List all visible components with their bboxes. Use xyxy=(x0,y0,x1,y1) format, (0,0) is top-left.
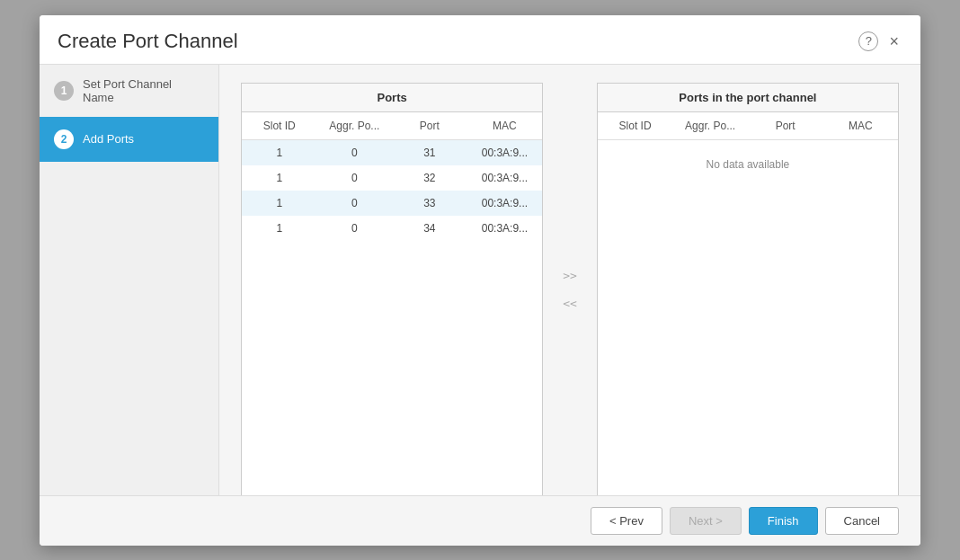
close-button[interactable]: × xyxy=(885,31,902,51)
modal-body: 1 Set Port Channel Name 2 Add Ports Port… xyxy=(40,65,920,495)
prev-button[interactable]: < Prev xyxy=(591,507,662,535)
port-channel-table: Ports in the port channel Slot ID Aggr. … xyxy=(597,83,899,495)
table-row[interactable]: 103300:3A:9... xyxy=(242,191,542,216)
table-cell-port: 32 xyxy=(392,170,467,186)
table-cell-aggr_po: 0 xyxy=(317,220,393,236)
pc-col-slot-id: Slot ID xyxy=(598,118,673,134)
table-cell-mac: 00:3A:9... xyxy=(467,170,543,186)
header-actions: ? × xyxy=(858,31,902,51)
step-badge-2: 2 xyxy=(54,129,74,149)
table-row[interactable]: 103200:3A:9... xyxy=(242,165,542,191)
table-cell-mac: 00:3A:9... xyxy=(467,145,543,161)
table-cell-aggr_po: 0 xyxy=(317,145,393,161)
modal: Create Port Channel ? × 1 Set Port Chann… xyxy=(40,15,920,546)
pc-col-port: Port xyxy=(748,118,823,134)
table-cell-port: 31 xyxy=(392,145,467,161)
pc-col-aggr-po: Aggr. Po... xyxy=(672,118,748,134)
ports-table-body: 103100:3A:9...103200:3A:9...103300:3A:9.… xyxy=(242,140,542,495)
sidebar: 1 Set Port Channel Name 2 Add Ports xyxy=(40,65,219,495)
ports-col-port: Port xyxy=(392,118,467,134)
modal-backdrop: Create Port Channel ? × 1 Set Port Chann… xyxy=(0,0,960,560)
tables-row: Ports Slot ID Aggr. Po... Port MAC 10310… xyxy=(241,83,899,495)
table-cell-slot_id: 1 xyxy=(242,195,317,211)
next-button: Next > xyxy=(670,507,742,535)
help-button[interactable]: ? xyxy=(858,31,878,51)
sidebar-item-label-1: Set Port Channel Name xyxy=(83,77,204,104)
ports-col-mac: MAC xyxy=(467,118,543,134)
forward-transfer-button[interactable]: >> xyxy=(557,265,582,286)
table-cell-aggr_po: 0 xyxy=(317,170,393,186)
no-data-label: No data available xyxy=(598,140,898,495)
step-badge-1: 1 xyxy=(54,81,74,101)
finish-button[interactable]: Finish xyxy=(749,507,818,535)
ports-col-slot-id: Slot ID xyxy=(242,118,317,134)
modal-header: Create Port Channel ? × xyxy=(40,15,920,65)
table-cell-slot_id: 1 xyxy=(242,170,317,186)
table-cell-port: 33 xyxy=(392,195,467,211)
sidebar-item-set-port-channel-name[interactable]: 1 Set Port Channel Name xyxy=(40,65,218,117)
table-cell-slot_id: 1 xyxy=(242,220,317,236)
ports-table: Ports Slot ID Aggr. Po... Port MAC 10310… xyxy=(241,83,543,495)
sidebar-item-add-ports[interactable]: 2 Add Ports xyxy=(40,117,218,162)
backward-transfer-button[interactable]: << xyxy=(557,293,582,314)
table-row[interactable]: 103400:3A:9... xyxy=(242,216,542,241)
table-cell-port: 34 xyxy=(392,220,467,236)
port-channel-table-title: Ports in the port channel xyxy=(598,84,898,112)
pc-col-mac: MAC xyxy=(822,118,898,134)
modal-title: Create Port Channel xyxy=(58,30,238,53)
table-cell-mac: 00:3A:9... xyxy=(467,195,543,211)
cancel-button[interactable]: Cancel xyxy=(825,507,899,535)
ports-table-title: Ports xyxy=(242,84,542,112)
transfer-buttons: >> << xyxy=(543,265,597,314)
sidebar-item-label-2: Add Ports xyxy=(83,132,134,146)
main-content: Ports Slot ID Aggr. Po... Port MAC 10310… xyxy=(219,65,920,495)
table-row[interactable]: 103100:3A:9... xyxy=(242,140,542,165)
ports-table-columns: Slot ID Aggr. Po... Port MAC xyxy=(242,112,542,140)
ports-col-aggr-po: Aggr. Po... xyxy=(317,118,393,134)
port-channel-table-columns: Slot ID Aggr. Po... Port MAC xyxy=(598,112,898,140)
table-cell-mac: 00:3A:9... xyxy=(467,220,543,236)
table-cell-aggr_po: 0 xyxy=(317,195,393,211)
modal-footer: < Prev Next > Finish Cancel xyxy=(40,495,920,546)
table-cell-slot_id: 1 xyxy=(242,145,317,161)
